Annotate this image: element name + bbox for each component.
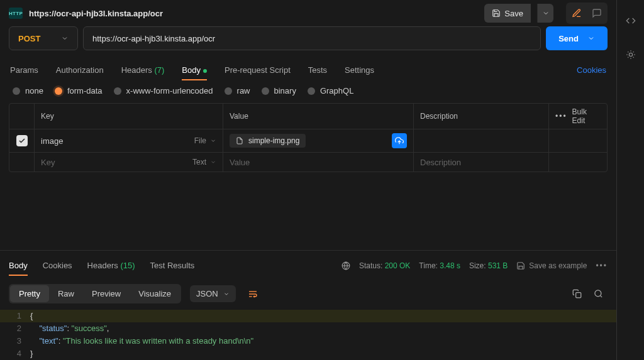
type-label: Text [192, 158, 206, 166]
upload-cloud-button[interactable] [392, 133, 407, 148]
view-preview[interactable]: Preview [83, 285, 130, 302]
edit-button[interactable] [567, 4, 586, 23]
table-row: image File simple-img.png [9, 129, 607, 153]
save-options-dropdown[interactable] [537, 4, 553, 23]
svg-line-6 [600, 295, 602, 297]
status-value: 200 OK [385, 261, 411, 270]
body-type-form-data-label: form-data [67, 86, 103, 95]
table-row-empty: Key Text Value Description [9, 153, 607, 172]
tab-body[interactable]: Body [182, 60, 207, 80]
body-modified-dot [203, 69, 207, 73]
value-input-placeholder[interactable]: Value [223, 153, 414, 172]
comments-button[interactable] [587, 4, 606, 23]
http-method-badge: HTTP [9, 8, 23, 19]
tab-tests[interactable]: Tests [308, 60, 327, 80]
url-input-value: https://ocr-api-hjb3l.kinsta.app/ocr [92, 34, 215, 43]
response-headers-count: (15) [120, 261, 135, 270]
request-title: https://ocr-api-hjb3l.kinsta.app/ocr [29, 9, 163, 18]
view-pretty[interactable]: Pretty [10, 285, 49, 302]
svg-rect-4 [575, 293, 580, 298]
key-type-select[interactable]: File [194, 136, 216, 145]
http-method-select[interactable]: POST [9, 26, 78, 50]
description-input-placeholder[interactable]: Description [414, 153, 549, 172]
url-input[interactable]: https://ocr-api-hjb3l.kinsta.app/ocr [83, 26, 541, 50]
comment-icon [592, 8, 602, 18]
time-value: 3.48 s [440, 261, 460, 270]
tab-body-label: Body [182, 65, 201, 75]
key-type-select[interactable]: Text [192, 158, 216, 166]
copy-icon [572, 289, 582, 298]
body-type-xwww[interactable]: x-www-form-urlencoded [114, 86, 213, 95]
send-label: Send [558, 34, 579, 43]
body-type-raw[interactable]: raw [225, 86, 250, 95]
save-as-example-button[interactable]: Save as example [516, 261, 587, 270]
key-placeholder: Key [41, 158, 55, 167]
type-label: File [194, 136, 206, 145]
chevron-down-icon [542, 9, 550, 17]
save-button[interactable]: Save [484, 4, 531, 23]
headers-count: (7) [154, 65, 164, 75]
svg-point-5 [594, 290, 601, 297]
cookies-link[interactable]: Cookies [577, 65, 606, 75]
svg-point-7 [629, 53, 632, 56]
copy-button[interactable] [567, 285, 586, 303]
code-panel-button[interactable] [621, 11, 640, 30]
response-tab-cookies[interactable]: Cookies [43, 256, 72, 275]
chevron-down-icon [210, 138, 216, 144]
value-cell[interactable]: simple-img.png [223, 129, 414, 152]
tab-prerequest[interactable]: Pre-request Script [225, 60, 291, 80]
file-chip[interactable]: simple-img.png [230, 134, 306, 148]
body-type-none[interactable]: none [13, 86, 43, 95]
bulk-edit-link[interactable]: Bulk Edit [572, 107, 601, 125]
grid-actions[interactable]: ••• Bulk Edit [549, 104, 607, 129]
response-tab-headers[interactable]: Headers (15) [87, 256, 135, 275]
chevron-down-icon [210, 159, 216, 165]
tab-headers[interactable]: Headers (7) [121, 60, 165, 80]
save-icon [492, 9, 501, 18]
body-type-form-data[interactable]: form-data [55, 86, 103, 95]
tab-params[interactable]: Params [10, 60, 38, 80]
description-cell[interactable] [414, 129, 549, 152]
tab-headers-label: Headers [121, 65, 152, 75]
form-data-grid: Key Value Description ••• Bulk Edit imag… [9, 103, 608, 172]
chevron-down-icon [587, 35, 595, 42]
svg-line-11 [633, 57, 633, 58]
col-header-description: Description [414, 104, 549, 129]
tab-settings[interactable]: Settings [345, 60, 374, 80]
response-lang-select[interactable]: JSON [190, 285, 236, 302]
response-tab-headers-label: Headers [87, 261, 118, 270]
body-type-none-label: none [25, 86, 43, 95]
body-type-graphql[interactable]: GraphQL [308, 86, 353, 95]
search-response-button[interactable] [589, 285, 608, 303]
body-type-graphql-label: GraphQL [320, 86, 353, 95]
status-label: Status: 200 OK [359, 261, 410, 270]
row-enable-checkbox[interactable] [16, 135, 28, 146]
more-icon[interactable]: ••• [596, 261, 608, 270]
file-name: simple-img.png [248, 136, 299, 145]
response-tab-body[interactable]: Body [9, 256, 28, 275]
check-icon [18, 137, 26, 145]
response-body[interactable]: 1{ 2 "status": "success", 3 "text": "Thi… [0, 307, 616, 360]
response-tab-test-results[interactable]: Test Results [150, 256, 195, 275]
code-line: } [30, 347, 616, 360]
code-line: { [30, 310, 616, 322]
search-icon [594, 289, 603, 298]
svg-line-10 [628, 52, 628, 52]
view-raw[interactable]: Raw [49, 285, 83, 302]
key-input-placeholder[interactable]: Key Text [35, 153, 223, 172]
size-value: 531 B [488, 261, 508, 270]
body-type-binary[interactable]: binary [262, 86, 296, 95]
send-button[interactable]: Send [546, 26, 608, 50]
view-visualize[interactable]: Visualize [130, 285, 180, 302]
tab-authorization[interactable]: Authorization [56, 60, 104, 80]
save-icon [516, 261, 525, 270]
wrap-lines-button[interactable] [243, 285, 262, 303]
chevron-down-icon [223, 291, 230, 297]
key-cell[interactable]: image File [35, 129, 223, 152]
ai-assistant-button[interactable] [621, 45, 640, 64]
globe-icon[interactable] [341, 261, 350, 270]
file-icon [236, 137, 243, 145]
cloud-upload-icon [395, 136, 404, 145]
code-line: "status": "success", [30, 322, 616, 335]
svg-line-15 [633, 52, 633, 52]
